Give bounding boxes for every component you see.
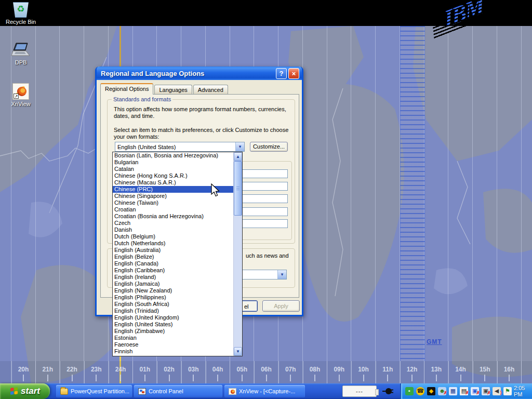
hour-tick <box>339 375 340 381</box>
scrollbar-thumb[interactable] <box>234 161 242 216</box>
hour-tick <box>509 375 510 381</box>
network-disconnected-icon[interactable]: ▣✗ <box>471 387 479 395</box>
list-item[interactable]: English (Ireland) <box>113 274 233 281</box>
hour-label: 16h <box>504 366 515 373</box>
list-item[interactable]: Catalan <box>113 166 233 172</box>
taskbar-clock[interactable]: 2:05 PM <box>514 385 528 397</box>
remove-hardware-icon[interactable]: ▪ <box>405 387 414 395</box>
taskbar-button-cpl[interactable]: Control Panel <box>134 385 222 397</box>
desktop-icon-recycle-bin[interactable]: ♻ Recycle Bin <box>1 2 41 25</box>
list-item[interactable]: English (Jamaica) <box>113 281 233 287</box>
diamond-utility-icon[interactable]: ◆ <box>427 387 435 395</box>
error-badge: ✗ <box>443 389 447 397</box>
media-flag-icon[interactable]: ⚑ <box>503 387 512 395</box>
list-item[interactable]: Chinese (Hong Kong S.A.R.) <box>113 172 233 179</box>
close-button[interactable]: × <box>288 68 299 79</box>
scrollbar[interactable]: ▲ ▼ <box>233 152 242 356</box>
list-item[interactable]: English (South Africa) <box>113 301 233 308</box>
hour-scale: 20h21h22h23h24h01h02h03h04h05h06h07h08h0… <box>0 361 532 383</box>
error-badge: ⟩ <box>500 389 502 397</box>
list-item[interactable]: English (Trinidad) <box>113 308 233 314</box>
list-item[interactable]: Faeroese <box>113 341 233 348</box>
list-item[interactable]: Estonian <box>113 335 233 341</box>
hour-tick <box>314 375 315 381</box>
apply-button[interactable]: Apply <box>262 300 300 312</box>
hour-label: 02h <box>164 366 175 373</box>
hour-label: 08h <box>310 366 321 373</box>
list-item[interactable]: English (United Kingdom) <box>113 314 233 321</box>
hour-tick <box>217 375 218 381</box>
zone-boundary-tick <box>109 361 109 383</box>
desktop-icon-xnview[interactable]: ↗ XnView <box>1 83 41 107</box>
list-item[interactable]: Croatian (Bosnia and Herzegovina) <box>113 213 233 220</box>
zone-boundary-tick <box>206 361 206 383</box>
chevron-down-icon[interactable]: ▾ <box>235 142 244 151</box>
list-item[interactable]: English (Philippines) <box>113 294 233 301</box>
zone-boundary-tick <box>448 361 449 383</box>
tab-languages[interactable]: Languages <box>154 85 192 95</box>
list-item[interactable]: English (Caribbean) <box>113 267 233 274</box>
list-item[interactable]: English (Zimbabwe) <box>113 328 233 335</box>
tab-advanced[interactable]: Advanced <box>193 85 228 95</box>
chevron-down-icon[interactable]: ▾ <box>277 270 286 279</box>
zone-boundary-tick <box>181 361 182 383</box>
shortcut-arrow-icon: ↗ <box>14 94 19 99</box>
scroll-down-icon[interactable]: ▼ <box>234 347 242 356</box>
hour-tick <box>120 375 121 381</box>
xnview-icon: ↗ <box>12 83 29 100</box>
list-item[interactable]: English (Australia) <box>113 247 233 254</box>
description-text: This option affects how some programs fo… <box>114 106 286 112</box>
list-item[interactable]: English (Belize) <box>113 254 233 260</box>
hour-tick <box>193 375 194 381</box>
icon-label: Recycle Bin <box>1 19 41 25</box>
battery-meter[interactable]: --- <box>342 385 377 397</box>
hour-label: 20h <box>18 366 29 373</box>
taskbar-button-xnv[interactable]: XnView - [<Capture-... <box>224 385 305 397</box>
dialog-titlebar[interactable]: Regional and Language Options ? × <box>97 66 302 80</box>
hour-tick <box>242 375 243 381</box>
list-item[interactable]: Czech <box>113 220 233 227</box>
cancel-button-visible-text: el <box>244 301 249 312</box>
hour-label: 10h <box>358 366 369 373</box>
list-item[interactable]: Finnish <box>113 348 233 355</box>
hour-label: 06h <box>261 366 272 373</box>
select-instruction-text: your own formats: <box>114 134 159 140</box>
help-button[interactable]: ? <box>276 68 287 79</box>
zone-boundary-tick <box>230 361 230 383</box>
hour-tick <box>96 375 97 381</box>
list-item[interactable]: Danish <box>113 227 233 233</box>
hour-tick <box>411 375 413 381</box>
locale-combobox[interactable]: English (United States) ▾ <box>115 142 245 152</box>
icon-label: DPB <box>1 59 41 65</box>
hour-tick <box>484 375 485 381</box>
list-item[interactable]: Dutch (Netherlands) <box>113 240 233 247</box>
phone-agent-icon[interactable]: ☎ <box>416 387 424 395</box>
volume-icon[interactable]: ◀⟩ <box>493 387 501 395</box>
list-item[interactable]: Dutch (Belgium) <box>113 233 233 240</box>
taskbar-button-label: XnView - [<Capture-... <box>239 388 295 394</box>
customize-button[interactable]: Customize... <box>250 142 288 152</box>
folder-icon <box>60 388 68 395</box>
scroll-up-icon[interactable]: ▲ <box>234 152 242 161</box>
desktop-icon-dpb[interactable]: DPB <box>1 43 41 65</box>
gmt-meridian-band <box>400 26 425 361</box>
list-item[interactable]: Bulgarian <box>113 159 233 166</box>
list-item[interactable]: English (Canada) <box>113 260 233 267</box>
wireless-disconnected-icon[interactable]: ▣✗ <box>482 387 490 395</box>
start-button[interactable]: start <box>0 383 50 399</box>
hour-label: 14h <box>455 366 466 373</box>
list-item[interactable]: Chinese (Taiwan) <box>113 200 233 206</box>
list-item[interactable]: Croatian <box>113 206 233 213</box>
chart-error-icon[interactable]: ▤✗ <box>460 387 468 395</box>
users-offline-icon[interactable]: ☻✗ <box>438 387 446 395</box>
zone-boundary-tick <box>473 361 473 383</box>
taskbar-button-folder[interactable]: PowerQuest Partition... <box>56 385 132 397</box>
list-item[interactable]: Bosnian (Latin, Bosnia and Herzegovina) <box>113 152 233 159</box>
hour-tick <box>23 375 24 381</box>
network-computers-icon[interactable]: ▦ <box>449 387 457 395</box>
list-item[interactable]: English (United States) <box>113 321 233 328</box>
tab-regional-options[interactable]: Regional Options <box>100 83 153 95</box>
list-item[interactable]: English (New Zealand) <box>113 287 233 294</box>
taskbar-app-buttons: PowerQuest Partition...Control PanelXnVi… <box>56 385 305 397</box>
hour-label: 24h <box>115 366 126 373</box>
